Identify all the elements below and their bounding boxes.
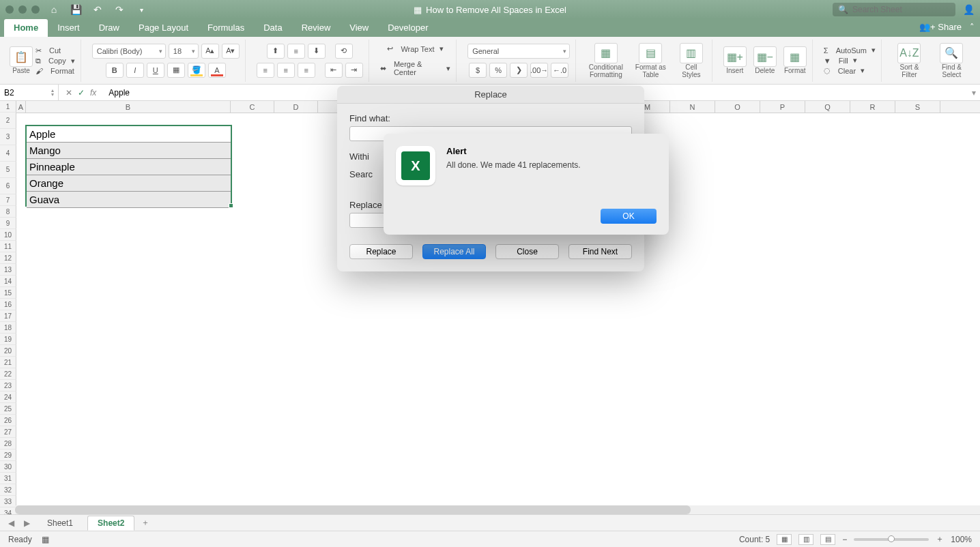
row-header-20[interactable]: 20 (0, 345, 16, 357)
replace-button[interactable]: Replace (349, 244, 413, 259)
font-name-select[interactable]: Calibri (Body) (92, 44, 166, 59)
decrease-decimal-icon[interactable]: ←.0 (551, 63, 568, 78)
align-top-icon[interactable]: ⬆ (267, 44, 285, 59)
tab-page-layout[interactable]: Page Layout (129, 19, 198, 37)
bold-button[interactable]: B (106, 63, 124, 78)
search-sheet[interactable]: 🔍 (833, 3, 955, 16)
tab-view[interactable]: View (340, 19, 378, 37)
row-header-32[interactable]: 32 (0, 484, 16, 496)
align-middle-icon[interactable]: ≡ (287, 44, 305, 59)
row-header-4[interactable]: 4 (0, 145, 16, 162)
row-header-7[interactable]: 7 (0, 194, 16, 206)
font-color-button[interactable]: A (208, 63, 226, 78)
row-header-12[interactable]: 12 (0, 252, 16, 264)
cell-b2[interactable]: Apple (27, 126, 231, 143)
tab-formulas[interactable]: Formulas (198, 19, 254, 37)
col-header-S[interactable]: S (895, 101, 940, 113)
row-header-26[interactable]: 26 (0, 415, 16, 426)
format-cells-button[interactable]: ▦ (783, 46, 807, 67)
row-header-23[interactable]: 23 (0, 380, 16, 391)
copy-button[interactable]: ⧉ Copy ▾ (35, 57, 75, 65)
row-header-24[interactable]: 24 (0, 391, 16, 403)
user-icon[interactable]: 👤 (962, 3, 975, 16)
increase-decimal-icon[interactable]: .00→ (530, 63, 548, 78)
col-header-A[interactable]: A (16, 101, 26, 113)
increase-indent-icon[interactable]: ⇥ (345, 63, 363, 78)
tab-data[interactable]: Data (254, 19, 291, 37)
zoom-slider[interactable] (854, 538, 929, 541)
paste-button[interactable]: 📋 (10, 46, 33, 67)
cell-styles-button[interactable]: ▥ (680, 43, 703, 63)
align-bottom-icon[interactable]: ⬇ (308, 44, 326, 59)
row-header-9[interactable]: 9 (0, 218, 16, 229)
expand-formula-bar-icon[interactable]: ▾ (968, 88, 980, 98)
fill-color-button[interactable]: 🪣 (188, 63, 205, 78)
comma-icon[interactable]: ❯ (510, 63, 528, 78)
next-sheet-icon[interactable]: ▶ (21, 518, 33, 528)
conditional-formatting-button[interactable]: ▦ (594, 43, 618, 63)
redo-icon[interactable]: ↷ (113, 3, 126, 16)
tab-review[interactable]: Review (292, 19, 341, 37)
row-header-14[interactable]: 14 (0, 276, 16, 287)
search-sheet-input[interactable] (852, 5, 948, 14)
delete-cells-button[interactable]: ▦− (753, 46, 777, 67)
view-normal-icon[interactable]: ▦ (777, 534, 792, 545)
name-box[interactable]: B2 ▴▾ (0, 85, 59, 100)
maximize-window-icon[interactable] (31, 5, 40, 14)
row-header-10[interactable]: 10 (0, 229, 16, 241)
align-left-icon[interactable]: ≡ (257, 63, 274, 78)
col-header-P[interactable]: P (760, 101, 805, 113)
autosum-button[interactable]: Σ AutoSum ▾ (824, 46, 876, 55)
row-header-15[interactable]: 15 (0, 287, 16, 299)
percent-icon[interactable]: % (489, 63, 507, 78)
zoom-in-icon[interactable]: ＋ (936, 533, 944, 545)
tab-draw[interactable]: Draw (89, 19, 129, 37)
col-header-Q[interactable]: Q (805, 101, 850, 113)
col-header-C[interactable]: C (231, 101, 274, 113)
alert-ok-button[interactable]: OK (601, 209, 657, 224)
clear-button[interactable]: ◌ Clear ▾ (824, 66, 876, 75)
macro-record-icon[interactable]: ▦ (42, 535, 49, 544)
row-header-33[interactable]: 33 (0, 496, 16, 507)
fill-handle[interactable] (229, 203, 233, 208)
collapse-ribbon-icon[interactable]: ˄ (970, 22, 975, 32)
underline-button[interactable]: U (147, 63, 164, 78)
row-header-25[interactable]: 25 (0, 403, 16, 415)
row-header-19[interactable]: 19 (0, 334, 16, 345)
merge-center-button[interactable]: ⬌ Merge & Center ▾ (380, 60, 450, 76)
decrease-font-icon[interactable]: A▾ (222, 44, 240, 59)
col-header-R[interactable]: R (850, 101, 895, 113)
orientation-icon[interactable]: ⟲ (335, 44, 353, 59)
italic-button[interactable]: I (126, 63, 144, 78)
view-page-break-icon[interactable]: ▤ (820, 534, 835, 545)
cell-b3[interactable]: Mango (27, 143, 231, 159)
row-header-30[interactable]: 30 (0, 461, 16, 473)
col-header-B[interactable]: B (26, 101, 231, 113)
row-header-27[interactable]: 27 (0, 426, 16, 438)
row-header-1[interactable]: 1 (0, 101, 16, 113)
tab-developer[interactable]: Developer (378, 19, 437, 37)
row-header-31[interactable]: 31 (0, 473, 16, 484)
currency-icon[interactable]: $ (469, 63, 487, 78)
qat-dropdown-icon[interactable]: ▾ (135, 3, 147, 16)
row-header-6[interactable]: 6 (0, 178, 16, 194)
accept-formula-icon[interactable]: ✓ (78, 88, 85, 98)
view-page-layout-icon[interactable]: ▥ (798, 534, 813, 545)
row-header-2[interactable]: 2 (0, 113, 16, 129)
row-header-13[interactable]: 13 (0, 264, 16, 276)
sort-filter-button[interactable]: A↓Z (897, 43, 921, 63)
font-size-select[interactable]: 18 (169, 44, 199, 59)
row-header-17[interactable]: 17 (0, 310, 16, 322)
close-button[interactable]: Close (495, 244, 559, 259)
cut-button[interactable]: ✂ Cut (35, 46, 75, 55)
find-select-button[interactable]: 🔍 (940, 43, 963, 63)
row-header-21[interactable]: 21 (0, 357, 16, 368)
row-header-11[interactable]: 11 (0, 241, 16, 252)
horizontal-scrollbar[interactable] (15, 505, 980, 514)
add-sheet-button[interactable]: ＋ (139, 516, 152, 530)
decrease-indent-icon[interactable]: ⇤ (325, 63, 343, 78)
cell-b6[interactable]: Guava (27, 192, 231, 208)
cancel-formula-icon[interactable]: ✕ (66, 88, 72, 98)
undo-icon[interactable]: ↶ (91, 3, 104, 16)
tab-home[interactable]: Home (4, 19, 48, 37)
